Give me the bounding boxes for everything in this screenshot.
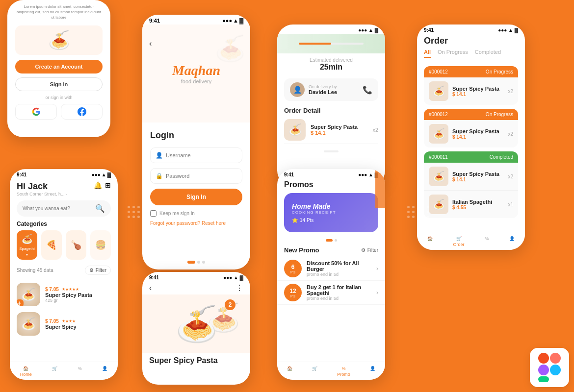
search-input[interactable]	[23, 206, 92, 211]
call-driver-icon[interactable]: 📞	[363, 85, 372, 95]
filter-button[interactable]: ⚙ Filter	[85, 266, 111, 275]
category-item-burger[interactable]: 🍔	[90, 230, 111, 260]
home-icon-promos: 🏠	[287, 366, 292, 371]
svg-rect-3	[538, 376, 549, 382]
nav-profile-orders[interactable]: 👤	[509, 236, 515, 247]
header-action-icons: 🔔 ⊞	[94, 181, 111, 189]
add-to-cart-1[interactable]: +	[17, 299, 24, 306]
tab-completed[interactable]: Completed	[475, 49, 501, 58]
back-button-pasta[interactable]: ‹	[149, 284, 152, 293]
login-content: Login 👤 🔒 Sign In Keep me sign in Forgot…	[142, 122, 250, 234]
app-title: Maqhan	[172, 63, 220, 78]
create-account-button[interactable]: Create an Account	[15, 60, 103, 74]
orders-tabs: All On Progress Completed	[417, 49, 525, 62]
order-food-price-3b: $ 4.55	[452, 205, 492, 210]
greeting-section: Hi Jack South Corner Street, h... ›	[17, 181, 67, 196]
order-food-image: 🍝	[284, 119, 306, 141]
profile-icon-promos: 👤	[370, 366, 375, 371]
category-item-pizza[interactable]: 🍕	[41, 230, 62, 260]
food-item-1[interactable]: 🍝 + $ 7.05 ★★★★★ Super Spicy Pasta 425 g…	[10, 280, 118, 309]
order-id-3: #000011	[429, 154, 448, 160]
order-body-1: 🍝 Super Spicy Pasta $ 14.1 x2	[424, 77, 518, 105]
signal-home: ●●●▲▓	[92, 172, 111, 177]
keep-signed-label: Keep me sign in	[159, 211, 195, 216]
signin-button-outline[interactable]: Sign In	[15, 77, 103, 91]
pts-num-1: 6	[291, 264, 295, 270]
order-food-img-2: 🍝	[429, 124, 448, 144]
status-bar-order: ●●● ▲ ▓	[277, 24, 385, 34]
driver-details: On delivery by Davide Lee	[309, 84, 337, 95]
promo-item-2[interactable]: 12 Pts Buy 2 get 1 for Italian Spagethi …	[277, 281, 385, 305]
nav-promo[interactable]: %	[78, 366, 82, 377]
promo-info-1: Discount 50% for All Burger promo end in…	[307, 260, 371, 277]
food-bowl-2: 🍝	[17, 312, 40, 336]
login-button[interactable]: Sign In	[150, 189, 242, 205]
cat-label-spagethi: Spagethi	[19, 246, 35, 251]
showing-bar: Showing 45 data ⚙ Filter	[10, 264, 118, 277]
nav-profile[interactable]: 👤	[102, 366, 107, 377]
back-button-login[interactable]: ‹	[149, 39, 152, 48]
order-id-1: #000012	[429, 69, 448, 74]
or-text: or sign in with	[15, 95, 103, 100]
nav-order-tab[interactable]: 🛒 Order	[453, 236, 465, 247]
phone-signin: Lorem ipsum dolor sit amet, consectetur …	[7, 0, 110, 137]
pasta-header: ‹ ⋮	[142, 281, 250, 294]
more-options-icon[interactable]: ⋮	[235, 283, 243, 293]
banner-title: Home Made	[292, 202, 370, 210]
category-item-spagethi[interactable]: 🍝 Spagethi ▼	[17, 230, 37, 260]
nav-cart-promos[interactable]: 🛒	[312, 366, 317, 377]
figma-badge	[530, 348, 569, 387]
food-item-2[interactable]: 🍝 $ 7.05 ★★★★ Super Spicy	[10, 309, 118, 339]
new-promo-title: New Promo	[284, 246, 319, 254]
google-signin-button[interactable]	[15, 104, 57, 120]
phone-promos: 9:41 ●●● ▲ ▓ Promos Home Made COOKING RE…	[277, 169, 385, 380]
nav-home[interactable]: 🏠 Home	[20, 366, 32, 377]
deco-dots-left	[128, 206, 150, 218]
filter-bars-icon: ⚙	[361, 247, 365, 253]
password-input[interactable]	[166, 173, 237, 179]
pasta-image-area: 🍝 🍝 2	[142, 294, 250, 353]
greeting-text: Hi Jack	[17, 181, 67, 192]
order-food-qty-2: x2	[508, 131, 513, 137]
pizza-icon: 🍕	[46, 240, 57, 250]
category-item-chicken[interactable]: 🍗	[66, 230, 86, 260]
nav-home-promos[interactable]: 🏠	[287, 366, 292, 377]
order-nav-label: Order	[453, 242, 465, 247]
promo-name-1: Discount 50% for All Burger	[307, 260, 371, 272]
user-icon: 👤	[156, 152, 163, 159]
lock-icon: 🔒	[156, 172, 163, 179]
item-count-badge: 2	[225, 299, 235, 310]
svg-rect-2	[538, 365, 549, 375]
keep-signed-checkbox[interactable]	[150, 210, 157, 217]
grid-icon[interactable]: ⊞	[105, 181, 111, 189]
nav-profile-promos[interactable]: 👤	[370, 366, 375, 377]
notification-icon[interactable]: 🔔	[94, 181, 102, 189]
nav-promo-orders[interactable]: %	[485, 236, 489, 247]
nav-home-orders[interactable]: 🏠	[427, 236, 433, 247]
svg-rect-0	[538, 353, 549, 364]
username-input[interactable]	[166, 152, 237, 158]
promo-item-1[interactable]: 6 Pts Discount 50% for All Burger promo …	[277, 257, 385, 281]
reset-link[interactable]: Reset here	[202, 220, 226, 226]
promo-icon-promos: %	[342, 366, 346, 371]
driver-name: Davide Lee	[309, 89, 337, 95]
chevron-down-icon: ›	[66, 192, 67, 196]
tab-all[interactable]: All	[424, 49, 431, 58]
order-food-details-3b: Italian Spagethi $ 4.55	[452, 199, 492, 210]
search-bar[interactable]: 🔍	[17, 200, 111, 217]
order-body-3a: 🍝 Super Spicy Pasta $ 14.1 x2	[424, 163, 518, 190]
order-icon: 🛒	[456, 236, 462, 241]
order-food-details-3a: Super Spicy Pasta $ 14.1	[452, 171, 499, 182]
order-body-3b: 🍝 Italian Spagethi $ 4.55 x1	[424, 190, 518, 218]
tab-on-progress[interactable]: On Progress	[438, 49, 468, 58]
filter-icon: ⚙	[89, 268, 94, 273]
nav-cart[interactable]: 🛒	[52, 366, 57, 377]
promo-filter-button[interactable]: ⚙ Filter	[361, 247, 378, 253]
nav-promo-promos[interactable]: % Promo	[337, 366, 350, 377]
bottom-nav-orders: 🏠 🛒 Order % 👤	[417, 232, 525, 250]
map-area	[277, 34, 385, 53]
order-id-2: #000012	[429, 112, 448, 117]
signal-orders: ●●● ▲ ▓	[498, 27, 518, 33]
facebook-signin-button[interactable]	[61, 104, 103, 120]
promo-nav-label: Promo	[337, 372, 350, 377]
